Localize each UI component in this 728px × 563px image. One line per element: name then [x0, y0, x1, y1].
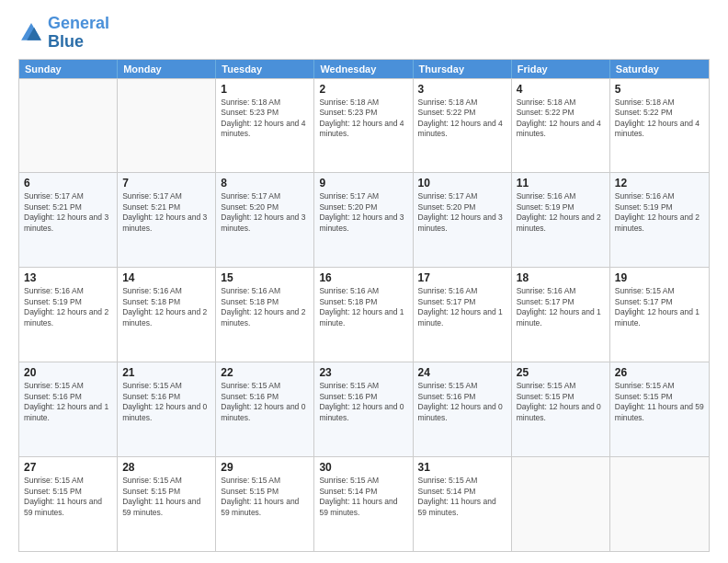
- header-day-sunday: Sunday: [19, 60, 118, 78]
- cal-cell-15: 15Sunrise: 5:16 AMSunset: 5:18 PMDayligh…: [216, 268, 314, 362]
- day-number: 5: [615, 83, 704, 96]
- cal-cell-20: 20Sunrise: 5:15 AMSunset: 5:16 PMDayligh…: [19, 362, 118, 456]
- cal-cell-10: 10Sunrise: 5:17 AMSunset: 5:20 PMDayligh…: [414, 173, 512, 267]
- cal-cell-29: 29Sunrise: 5:15 AMSunset: 5:15 PMDayligh…: [216, 457, 314, 551]
- day-number: 18: [517, 271, 605, 284]
- day-detail: Sunrise: 5:16 AMSunset: 5:18 PMDaylight:…: [319, 286, 407, 328]
- cal-cell-6: 6Sunrise: 5:17 AMSunset: 5:21 PMDaylight…: [19, 173, 118, 267]
- day-number: 20: [24, 366, 112, 379]
- cal-week-1: 1Sunrise: 5:18 AMSunset: 5:23 PMDaylight…: [19, 78, 709, 173]
- logo: General Blue: [18, 15, 109, 52]
- cal-week-5: 27Sunrise: 5:15 AMSunset: 5:15 PMDayligh…: [19, 456, 709, 551]
- day-number: 23: [319, 366, 407, 379]
- header-day-wednesday: Wednesday: [314, 60, 413, 78]
- day-number: 15: [221, 271, 309, 284]
- cal-week-3: 13Sunrise: 5:16 AMSunset: 5:19 PMDayligh…: [19, 267, 709, 362]
- day-number: 8: [221, 177, 309, 190]
- cal-cell-22: 22Sunrise: 5:15 AMSunset: 5:16 PMDayligh…: [216, 362, 314, 456]
- day-detail: Sunrise: 5:15 AMSunset: 5:16 PMDaylight:…: [24, 381, 112, 423]
- day-detail: Sunrise: 5:18 AMSunset: 5:23 PMDaylight:…: [319, 98, 407, 140]
- day-number: 25: [517, 366, 605, 379]
- day-detail: Sunrise: 5:15 AMSunset: 5:15 PMDaylight:…: [517, 381, 605, 423]
- header-day-monday: Monday: [118, 60, 216, 78]
- cal-cell-empty-4-5: [512, 457, 610, 551]
- calendar-header: SundayMondayTuesdayWednesdayThursdayFrid…: [19, 60, 709, 78]
- day-number: 9: [319, 177, 407, 190]
- day-number: 14: [122, 271, 210, 284]
- day-detail: Sunrise: 5:15 AMSunset: 5:14 PMDaylight:…: [418, 476, 506, 518]
- cal-cell-9: 9Sunrise: 5:17 AMSunset: 5:20 PMDaylight…: [314, 173, 413, 267]
- cal-cell-14: 14Sunrise: 5:16 AMSunset: 5:18 PMDayligh…: [118, 268, 216, 362]
- day-detail: Sunrise: 5:18 AMSunset: 5:22 PMDaylight:…: [418, 98, 506, 140]
- day-detail: Sunrise: 5:16 AMSunset: 5:18 PMDaylight:…: [122, 286, 210, 328]
- cal-cell-30: 30Sunrise: 5:15 AMSunset: 5:14 PMDayligh…: [314, 457, 413, 551]
- day-number: 27: [24, 461, 112, 474]
- day-detail: Sunrise: 5:18 AMSunset: 5:22 PMDaylight:…: [517, 98, 605, 140]
- logo-text: General Blue: [48, 15, 109, 52]
- cal-cell-16: 16Sunrise: 5:16 AMSunset: 5:18 PMDayligh…: [314, 268, 413, 362]
- day-detail: Sunrise: 5:15 AMSunset: 5:17 PMDaylight:…: [615, 286, 704, 328]
- day-number: 11: [517, 177, 605, 190]
- day-detail: Sunrise: 5:17 AMSunset: 5:20 PMDaylight:…: [221, 191, 309, 234]
- day-detail: Sunrise: 5:15 AMSunset: 5:14 PMDaylight:…: [319, 476, 407, 518]
- day-detail: Sunrise: 5:15 AMSunset: 5:16 PMDaylight:…: [122, 381, 210, 423]
- day-detail: Sunrise: 5:15 AMSunset: 5:16 PMDaylight:…: [418, 381, 506, 423]
- day-detail: Sunrise: 5:16 AMSunset: 5:18 PMDaylight:…: [221, 286, 309, 328]
- page: General Blue SundayMondayTuesdayWednesda…: [0, 0, 728, 563]
- header-day-friday: Friday: [512, 60, 610, 78]
- day-number: 17: [418, 271, 506, 284]
- day-detail: Sunrise: 5:17 AMSunset: 5:21 PMDaylight:…: [122, 191, 210, 234]
- cal-cell-17: 17Sunrise: 5:16 AMSunset: 5:17 PMDayligh…: [414, 268, 512, 362]
- logo-icon: [18, 20, 44, 46]
- day-detail: Sunrise: 5:16 AMSunset: 5:19 PMDaylight:…: [24, 286, 112, 328]
- day-detail: Sunrise: 5:15 AMSunset: 5:15 PMDaylight:…: [221, 476, 309, 518]
- cal-cell-12: 12Sunrise: 5:16 AMSunset: 5:19 PMDayligh…: [610, 173, 709, 267]
- cal-cell-24: 24Sunrise: 5:15 AMSunset: 5:16 PMDayligh…: [414, 362, 512, 456]
- cal-cell-26: 26Sunrise: 5:15 AMSunset: 5:15 PMDayligh…: [610, 362, 709, 456]
- cal-cell-8: 8Sunrise: 5:17 AMSunset: 5:20 PMDaylight…: [216, 173, 314, 267]
- cal-cell-25: 25Sunrise: 5:15 AMSunset: 5:15 PMDayligh…: [512, 362, 610, 456]
- day-detail: Sunrise: 5:16 AMSunset: 5:19 PMDaylight:…: [615, 191, 704, 234]
- cal-week-2: 6Sunrise: 5:17 AMSunset: 5:21 PMDaylight…: [19, 172, 709, 267]
- day-number: 2: [319, 83, 407, 96]
- cal-cell-31: 31Sunrise: 5:15 AMSunset: 5:14 PMDayligh…: [414, 457, 512, 551]
- day-detail: Sunrise: 5:17 AMSunset: 5:21 PMDaylight:…: [24, 191, 112, 234]
- day-detail: Sunrise: 5:18 AMSunset: 5:23 PMDaylight:…: [221, 98, 309, 140]
- day-number: 24: [418, 366, 506, 379]
- cal-cell-4: 4Sunrise: 5:18 AMSunset: 5:22 PMDaylight…: [512, 79, 610, 173]
- day-detail: Sunrise: 5:15 AMSunset: 5:15 PMDaylight:…: [615, 381, 704, 423]
- cal-cell-28: 28Sunrise: 5:15 AMSunset: 5:15 PMDayligh…: [118, 457, 216, 551]
- day-detail: Sunrise: 5:17 AMSunset: 5:20 PMDaylight:…: [418, 191, 506, 234]
- cal-cell-21: 21Sunrise: 5:15 AMSunset: 5:16 PMDayligh…: [118, 362, 216, 456]
- day-detail: Sunrise: 5:15 AMSunset: 5:15 PMDaylight:…: [24, 476, 112, 518]
- day-number: 10: [418, 177, 506, 190]
- day-number: 3: [418, 83, 506, 96]
- calendar-body: 1Sunrise: 5:18 AMSunset: 5:23 PMDaylight…: [19, 78, 709, 551]
- cal-cell-empty-4-6: [610, 457, 709, 551]
- cal-cell-1: 1Sunrise: 5:18 AMSunset: 5:23 PMDaylight…: [216, 79, 314, 173]
- day-number: 7: [122, 177, 210, 190]
- day-number: 30: [319, 461, 407, 474]
- cal-cell-empty-0-0: [19, 79, 118, 173]
- day-detail: Sunrise: 5:16 AMSunset: 5:17 PMDaylight:…: [517, 286, 605, 328]
- header-day-thursday: Thursday: [414, 60, 512, 78]
- day-detail: Sunrise: 5:16 AMSunset: 5:19 PMDaylight:…: [517, 191, 605, 234]
- day-number: 19: [615, 271, 704, 284]
- day-number: 13: [24, 271, 112, 284]
- cal-week-4: 20Sunrise: 5:15 AMSunset: 5:16 PMDayligh…: [19, 362, 709, 456]
- day-number: 29: [221, 461, 309, 474]
- calendar: SundayMondayTuesdayWednesdayThursdayFrid…: [18, 59, 710, 552]
- day-number: 4: [517, 83, 605, 96]
- cal-cell-5: 5Sunrise: 5:18 AMSunset: 5:22 PMDaylight…: [610, 79, 709, 173]
- day-detail: Sunrise: 5:16 AMSunset: 5:17 PMDaylight:…: [418, 286, 506, 328]
- cal-cell-empty-0-1: [118, 79, 216, 173]
- day-number: 22: [221, 366, 309, 379]
- cal-cell-23: 23Sunrise: 5:15 AMSunset: 5:16 PMDayligh…: [314, 362, 413, 456]
- day-number: 26: [615, 366, 704, 379]
- cal-cell-11: 11Sunrise: 5:16 AMSunset: 5:19 PMDayligh…: [512, 173, 610, 267]
- cal-cell-18: 18Sunrise: 5:16 AMSunset: 5:17 PMDayligh…: [512, 268, 610, 362]
- day-number: 1: [221, 83, 309, 96]
- day-detail: Sunrise: 5:18 AMSunset: 5:22 PMDaylight:…: [615, 98, 704, 140]
- cal-cell-19: 19Sunrise: 5:15 AMSunset: 5:17 PMDayligh…: [610, 268, 709, 362]
- day-detail: Sunrise: 5:15 AMSunset: 5:16 PMDaylight:…: [221, 381, 309, 423]
